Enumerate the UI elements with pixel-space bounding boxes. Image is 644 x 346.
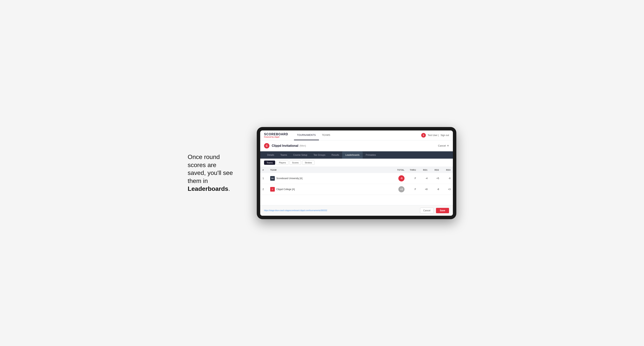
tab-course-setup[interactable]: Course Setup (290, 151, 310, 159)
cancel-header-button[interactable]: Cancel ✕ (438, 144, 449, 147)
table-header: # TEAM TOTAL THRU RD1 RD2 RD3 (260, 167, 453, 173)
cancel-button[interactable]: Cancel (420, 208, 434, 213)
logo-subtitle: Powered by clippd (264, 136, 288, 138)
thru-cell: F (407, 173, 418, 184)
desc-line3: saved, you'll see (188, 169, 233, 176)
tab-details[interactable]: Details (264, 151, 277, 159)
filter-bar: Teams Players Scores Strokes (260, 159, 453, 167)
rd2-cell: +5 (430, 173, 441, 184)
team-cell: SU Scoreboard University [A] (268, 173, 392, 184)
team-logo: C (270, 187, 275, 191)
desc-line2: scores are (188, 162, 216, 169)
rd1-cell: +8 (418, 184, 430, 195)
table-body: 1 SU Scoreboard University [A] -5 F (260, 173, 453, 195)
col-thru: THRU (407, 167, 418, 173)
logo-area: SCOREBOARD Powered by clippd (264, 133, 288, 138)
tablet-device: SCOREBOARD Powered by clippd TOURNAMENTS… (257, 127, 456, 219)
tournament-name: Clippd Invitational (272, 144, 298, 148)
rd3-cell: -6 (441, 173, 453, 184)
col-team: TEAM (268, 167, 392, 173)
tab-teams[interactable]: Teams (277, 151, 290, 159)
team-name: Scoreboard University [A] (276, 177, 302, 180)
tab-printables[interactable]: Printables (363, 151, 379, 159)
user-avatar: S (421, 133, 426, 138)
logo-title: SCOREBOARD (264, 133, 288, 136)
filter-scores-button[interactable]: Scores (290, 161, 301, 165)
tab-leaderboards[interactable]: Leaderboards (342, 151, 362, 159)
rd2-cell: -8 (430, 184, 441, 195)
left-description: Once round scores are saved, you'll see … (188, 153, 245, 193)
rank-cell: 1 (260, 173, 268, 184)
nav-right: S Test User | Sign out (421, 133, 449, 138)
table-row: 1 SU Scoreboard University [A] -5 F (260, 173, 453, 184)
leaderboard-table: # TEAM TOTAL THRU RD1 RD2 RD3 1 (260, 167, 453, 195)
tablet-screen: SCOREBOARD Powered by clippd TOURNAMENTS… (260, 131, 453, 216)
sign-out-link[interactable]: Sign out (440, 134, 449, 137)
desc-line4: them in (188, 177, 208, 184)
table-row: 2 C Clippd College [A] +3 F (260, 184, 453, 195)
footer-url: https://stage-blue-coach.stagescoreboard… (264, 209, 327, 211)
filter-strokes-button[interactable]: Strokes (302, 161, 314, 165)
desc-line1: Once round (188, 154, 220, 160)
nav-teams[interactable]: TEAMS (319, 131, 334, 140)
close-icon: ✕ (447, 144, 449, 147)
score-badge: -5 (398, 175, 404, 181)
rank-cell: 2 (260, 184, 268, 195)
col-rank: # (260, 167, 268, 173)
tournament-icon: C (264, 143, 270, 149)
user-name: Test User | (428, 134, 439, 137)
col-rd1: RD1 (418, 167, 430, 173)
col-total: TOTAL (392, 167, 407, 173)
page-wrapper: Once round scores are saved, you'll see … (188, 127, 456, 219)
thru-cell: F (407, 184, 418, 195)
col-rd3: RD3 (441, 167, 453, 173)
top-nav: SCOREBOARD Powered by clippd TOURNAMENTS… (260, 131, 453, 141)
desc-bold: Leaderboards (188, 185, 228, 192)
rd3-cell: +3 (441, 184, 453, 195)
total-cell: -5 (392, 173, 407, 184)
nav-tournaments[interactable]: TOURNAMENTS (294, 131, 319, 140)
tournament-header: C Clippd Invitational (Men) Cancel ✕ (260, 141, 453, 151)
tab-tee-groups[interactable]: Tee Groups (310, 151, 328, 159)
rd1-cell: -4 (418, 173, 430, 184)
save-button[interactable]: Save (436, 208, 449, 213)
tab-results[interactable]: Results (328, 151, 342, 159)
desc-period: . (228, 185, 230, 192)
nav-links: TOURNAMENTS TEAMS (294, 131, 334, 140)
total-cell: +3 (392, 184, 407, 195)
col-rd2: RD2 (430, 167, 441, 173)
sub-tabs: Details Teams Course Setup Tee Groups Re… (260, 151, 453, 159)
score-badge: +3 (398, 186, 404, 192)
filter-players-button[interactable]: Players (276, 161, 288, 165)
leaderboard-table-container: # TEAM TOTAL THRU RD1 RD2 RD3 1 (260, 167, 453, 205)
team-name: Clippd College [A] (276, 188, 295, 191)
tournament-gender: (Men) (300, 144, 306, 147)
team-logo: SU (270, 176, 275, 181)
team-cell: C Clippd College [A] (268, 184, 392, 195)
filter-teams-button[interactable]: Teams (264, 161, 275, 165)
footer-bar: https://stage-blue-coach.stagescoreboard… (260, 205, 453, 216)
